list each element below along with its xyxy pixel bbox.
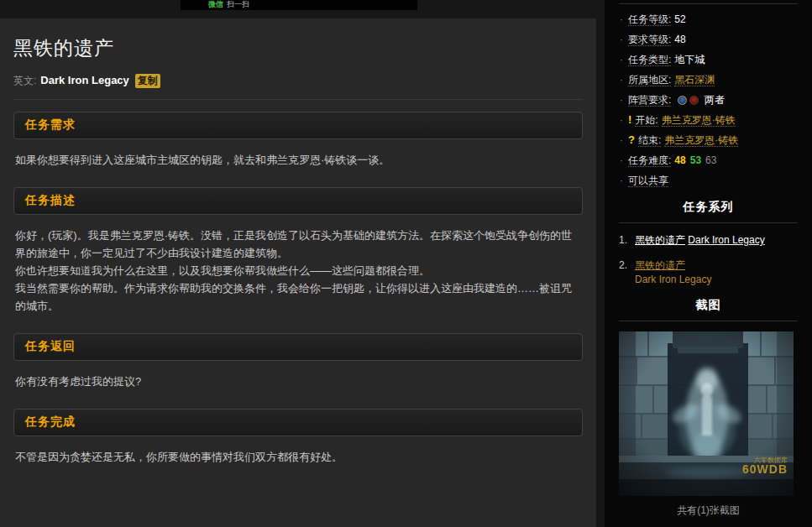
english-name-line: 英文:Dark Iron Legacy复制 xyxy=(13,74,583,88)
section-header-description: 任务描述 xyxy=(13,187,583,215)
screenshots-heading: 截图 xyxy=(619,298,798,313)
fact-label: 开始: xyxy=(635,114,657,127)
fact-quest-level: 任务等级:52 xyxy=(619,9,798,29)
horde-icon xyxy=(689,96,699,105)
series-current-quest-en: Dark Iron Legacy xyxy=(635,273,711,287)
quest-start-npc-link[interactable]: 弗兰克罗恩·铸铁 xyxy=(662,114,736,127)
section-text-description: 你好，(玩家)。我是弗兰克罗恩·铸铁。没错，正是我创造了以石头为基础的建筑方法。… xyxy=(15,227,581,315)
wechat-qr-strip: 微信扫一扫 xyxy=(181,0,417,10)
english-label: 英文: xyxy=(13,75,36,86)
page-title: 黑铁的遗产 xyxy=(13,35,583,61)
series-links: 黑铁的遗产 Dark Iron Legacy xyxy=(635,233,765,248)
fact-value: 48 xyxy=(674,34,685,45)
fact-label: 任务等级: xyxy=(628,13,671,26)
fact-required-level: 要求等级:48 xyxy=(619,29,798,50)
section-heading: 任务描述 xyxy=(25,193,571,208)
quest-facts-list: 任务等级:52 要求等级:48 任务类型:地下城 所属地区:黑石深渊 阵营要求:… xyxy=(619,9,798,190)
section-text-progress: 你有没有考虑过我的提议? xyxy=(15,373,581,390)
series-number: 1. xyxy=(619,233,635,248)
quest-end-question-icon: ? xyxy=(628,133,635,146)
paragraph: 不管是因为贪婪还是无私，你所要做的事情对我们双方都很有好处。 xyxy=(15,448,581,466)
screenshot-count-caption: 共有(1)张截图 xyxy=(619,504,798,518)
fact-quest-start: !开始:弗兰克罗恩·铸铁 xyxy=(619,110,798,130)
paragraph: 如果你想要得到进入这座城市主城区的钥匙，就去和弗兰克罗恩·铸铁谈一谈。 xyxy=(15,151,581,169)
fact-label: 要求等级: xyxy=(628,34,671,46)
section-heading: 任务需求 xyxy=(25,117,571,133)
copy-button[interactable]: 复制 xyxy=(135,74,160,88)
series-links: 黑铁的遗产 Dark Iron Legacy xyxy=(635,258,711,287)
divider xyxy=(619,222,798,223)
section-text-completion: 不管是因为贪婪还是无私，你所要做的事情对我们双方都很有好处。 xyxy=(15,448,581,466)
series-current-quest-zh[interactable]: 黑铁的遗产 xyxy=(635,259,685,271)
difficulty-grey: 63 xyxy=(705,154,716,166)
screenshot-thumbnail[interactable]: 六零数据库 60WDB xyxy=(619,331,794,496)
quest-infobox-sidebar: 任务等级:52 要求等级:48 任务类型:地下城 所属地区:黑石深渊 阵营要求:… xyxy=(605,0,812,527)
top-strip: 微信扫一扫 xyxy=(0,0,605,18)
quest-end-npc-link[interactable]: 弗兰克罗恩·铸铁 xyxy=(664,134,738,147)
fact-label: 任务难度: xyxy=(628,154,671,167)
watermark-en: 60WDB xyxy=(742,465,788,474)
fact-label: 任务类型: xyxy=(628,54,671,66)
fact-value: 地下城 xyxy=(674,54,705,65)
quest-article: 黑铁的遗产 英文:Dark Iron Legacy复制 任务需求 如果你想要得到… xyxy=(0,18,596,527)
fact-faction: 阵营要求: 两者 xyxy=(619,90,798,110)
series-number: 2. xyxy=(619,258,635,287)
paragraph: 你好，(玩家)。我是弗兰克罗恩·铸铁。没错，正是我创造了以石头为基础的建筑方法。… xyxy=(15,227,581,262)
wechat-scan-label: 扫一扫 xyxy=(227,0,249,8)
fact-quest-end: ?结束:弗兰克罗恩·铸铁 xyxy=(619,130,798,150)
paragraph: 你有没有考虑过我的提议? xyxy=(15,373,581,390)
divider xyxy=(13,99,583,100)
fact-difficulty: 任务难度:485363 xyxy=(619,150,798,170)
series-quest-link-zh[interactable]: 黑铁的遗产 xyxy=(635,234,685,246)
fact-shareable: 可以共享 xyxy=(619,170,798,190)
faction-icons xyxy=(678,94,701,106)
fact-label: 结束: xyxy=(638,134,661,147)
fact-label: 可以共享 xyxy=(628,175,668,187)
wechat-label: 微信 xyxy=(208,0,223,8)
difficulty-yellow: 48 xyxy=(674,154,685,166)
divider xyxy=(619,3,798,4)
section-text-objectives: 如果你想要得到进入这座城市主城区的钥匙，就去和弗兰克罗恩·铸铁谈一谈。 xyxy=(15,151,581,169)
section-header-progress: 任务返回 xyxy=(13,333,583,361)
fact-quest-type: 任务类型:地下城 xyxy=(619,50,798,70)
quest-start-exclamation-icon: ! xyxy=(628,113,631,126)
section-heading: 任务完成 xyxy=(25,415,571,430)
quest-series-heading: 任务系列 xyxy=(619,200,798,215)
watermark: 六零数据库 60WDB xyxy=(742,456,788,474)
series-quest-link-en[interactable]: Dark Iron Legacy xyxy=(688,234,764,246)
section-header-completion: 任务完成 xyxy=(13,409,583,436)
paragraph: 我当然需要你的帮助。作为请求你帮助我的交换条件，我会给你一把钥匙，让你得以进入这… xyxy=(15,279,581,315)
section-heading: 任务返回 xyxy=(25,339,571,354)
english-quest-name: Dark Iron Legacy xyxy=(40,74,129,86)
paragraph: 你也许想要知道我为什么在这里，以及我想要你帮我做些什么——这些问题都很合理。 xyxy=(15,262,581,279)
fact-label: 所属地区: xyxy=(628,74,671,86)
alliance-icon xyxy=(678,96,687,105)
fact-label: 阵营要求: xyxy=(628,94,671,107)
fact-value: 两者 xyxy=(705,94,725,106)
difficulty-green: 53 xyxy=(690,154,701,166)
section-header-objectives: 任务需求 xyxy=(13,112,583,139)
divider xyxy=(619,321,798,321)
fact-zone: 所属地区:黑石深渊 xyxy=(619,70,798,90)
fact-value: 52 xyxy=(674,13,685,25)
series-item-1: 1. 黑铁的遗产 Dark Iron Legacy xyxy=(619,233,798,248)
zone-link[interactable]: 黑石深渊 xyxy=(674,74,715,86)
series-item-2-current: 2. 黑铁的遗产 Dark Iron Legacy xyxy=(619,258,798,287)
